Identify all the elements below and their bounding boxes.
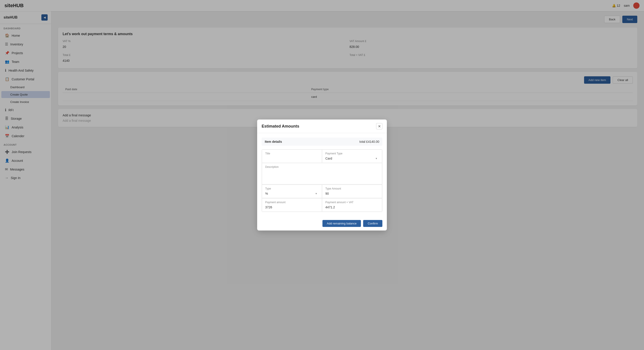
payment-type-select-wrapper: Card Bank Transfer Cash Cheque <box>325 156 379 160</box>
modal-title: Estimated Amounts <box>262 124 299 129</box>
type-amount-field: Type Amount <box>322 185 382 198</box>
add-remaining-balance-button[interactable]: Add remaining balance <box>322 220 361 227</box>
type-field: Type % Fixed <box>262 185 322 198</box>
description-input[interactable] <box>265 170 379 181</box>
modal-body: Item details total £4140.00 Title Paymen… <box>257 133 387 216</box>
estimated-amounts-modal: Estimated Amounts ✕ Item details total £… <box>257 120 387 230</box>
payment-amount-vat-field: Payment amount + VAT <box>322 198 382 212</box>
payment-type-select[interactable]: Card Bank Transfer Cash Cheque <box>325 157 379 160</box>
modal-form-container: Title Payment Type Card Bank Transfer Ca… <box>262 149 382 212</box>
payment-amount-vat-label: Payment amount + VAT <box>325 201 379 204</box>
confirm-button[interactable]: Confirm <box>363 220 382 227</box>
modal-close-button[interactable]: ✕ <box>376 123 382 129</box>
type-label: Type <box>265 187 319 190</box>
payment-amount-vat-input[interactable] <box>325 205 379 209</box>
type-select[interactable]: % Fixed <box>265 192 319 195</box>
modal-row-3: Type % Fixed Type Amount <box>262 184 382 198</box>
modal-section-header: Item details total £4140.00 <box>262 138 382 146</box>
payment-type-label: Payment Type <box>325 152 379 155</box>
payment-amount-field: Payment amount <box>262 198 322 212</box>
modal-row-4: Payment amount Payment amount + VAT <box>262 198 382 212</box>
title-field: Title <box>262 150 322 163</box>
modal-row-1: Title Payment Type Card Bank Transfer Ca… <box>262 150 382 163</box>
type-select-wrapper: % Fixed <box>265 192 319 196</box>
modal-header: Estimated Amounts ✕ <box>257 120 387 133</box>
payment-amount-input[interactable] <box>265 205 319 209</box>
title-label: Title <box>265 152 319 155</box>
type-amount-label: Type Amount <box>325 187 379 190</box>
modal-section-label: Item details <box>265 140 282 143</box>
close-icon: ✕ <box>378 124 381 128</box>
modal-total: total £4140.00 <box>359 140 379 143</box>
modal-footer: Add remaining balance Confirm <box>257 216 387 230</box>
type-amount-input[interactable] <box>325 192 379 195</box>
payment-type-field: Payment Type Card Bank Transfer Cash Che… <box>322 150 382 163</box>
payment-amount-label: Payment amount <box>265 201 319 204</box>
description-label: Description <box>265 165 379 169</box>
modal-overlay: Estimated Amounts ✕ Item details total £… <box>0 0 644 350</box>
title-input[interactable] <box>265 157 319 160</box>
description-field: Description <box>262 163 382 184</box>
